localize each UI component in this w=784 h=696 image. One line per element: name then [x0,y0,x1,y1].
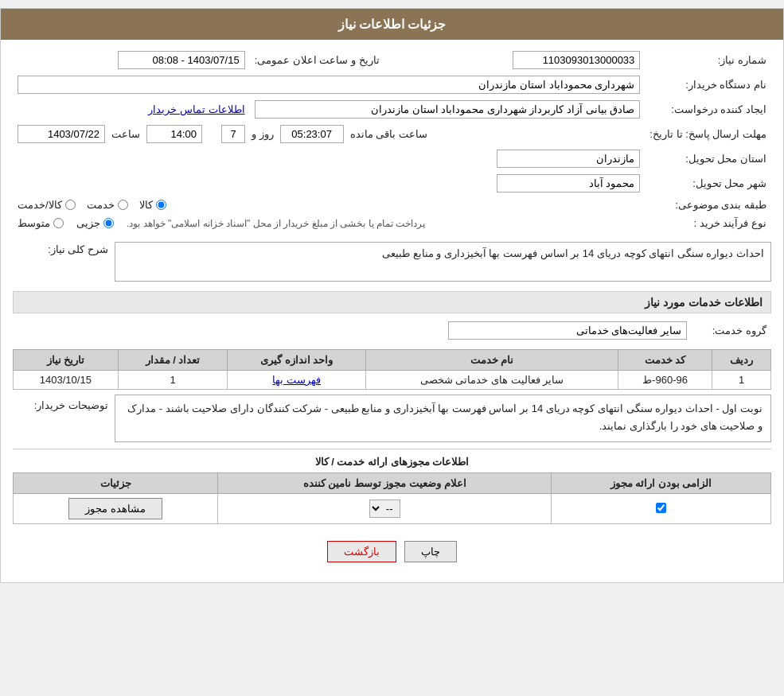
province-label: استان محل تحویل: [645,146,771,171]
creator-input [255,100,641,119]
radio-jozii[interactable]: جزیی [76,217,114,229]
services-table: ردیف کد خدمت نام خدمت واحد اندازه گیری ت… [13,349,771,390]
col-row: ردیف [712,350,771,371]
buyer-org-label: نام دستگاه خریدار: [645,72,771,97]
cell-row: 1 [712,371,771,390]
service-group-input [448,321,687,340]
col-count: تعداد / مقدار [118,350,228,371]
service-group-label: گروه خدمت: [692,318,771,343]
perm-status-cell: -- [218,494,552,524]
perm-col-status: اعلام وضعیت مجوز توسط نامین کننده [218,473,552,494]
buyer-notes-value: نوبت اول - احداث دیواره سنگی انتهای کوچه… [115,395,771,442]
province-input [497,150,640,168]
table-row: 1 960-96-ط سایر فعالیت های خدماتی شخصی ف… [14,371,771,390]
deadline-label: مهلت ارسال پاسخ: تا تاریخ: [645,122,771,146]
services-title: اطلاعات خدمات مورد نیاز [13,291,771,313]
page-title: جزئیات اطلاعات نیاز [1,9,783,40]
purchase-type-label: نوع فرآیند خرید : [645,214,771,232]
radio-kala-label: کالا [139,199,153,211]
radio-kala-khedmat[interactable]: کالا/خدمت [18,199,76,211]
city-input [497,174,640,192]
radio-jozii-btn[interactable] [103,218,114,228]
perm-details-cell: مشاهده مجوز [14,494,218,524]
radio-motavasset-btn[interactable] [53,218,64,228]
radio-jozii-label: جزیی [76,217,100,229]
city-label: شهر محل تحویل: [645,171,771,196]
radio-kala[interactable]: کالا [139,199,166,211]
contact-link[interactable]: اطلاعات تماس خریدار [148,103,244,115]
deadline-time-input [146,125,202,143]
cell-name: سایر فعالیت های خدماتی شخصی [366,371,618,390]
cell-unit[interactable]: فهرست بها [228,371,366,390]
deadline-time-label: ساعت [111,128,140,140]
buyer-org-input [18,76,640,94]
perm-required-cell [552,494,771,524]
col-unit: واحد اندازه گیری [228,350,366,371]
perm-row: -- مشاهده مجوز [14,494,771,524]
radio-kala-btn[interactable] [156,200,166,210]
date-announce-label: تاریخ و ساعت اعلان عمومی: [250,48,384,72]
deadline-remain-input [280,125,344,143]
date-announce-input [118,51,245,69]
print-button[interactable]: چاپ [404,541,457,562]
radio-khedmat[interactable]: خدمت [87,199,128,211]
creator-label: ایجاد کننده درخواست: [645,97,771,122]
radio-khedmat-label: خدمت [87,199,115,211]
perm-required-checkbox[interactable] [656,503,666,513]
cell-code: 960-96-ط [618,371,712,390]
need-number-input [513,51,640,69]
permissions-title: اطلاعات مجوزهای ارائه خدمت / کالا [13,456,771,468]
radio-motavasset-label: متوسط [18,217,50,229]
footer-buttons: چاپ بازگشت [13,529,771,574]
col-name: نام خدمت [366,350,618,371]
need-desc-value: احداث دیواره سنگی انتهای کوچه دریای 14 ب… [115,242,771,282]
perm-details-btn[interactable]: مشاهده مجوز [68,498,162,519]
radio-motavasset[interactable]: متوسط [18,217,64,229]
deadline-date-input [18,125,105,143]
back-button[interactable]: بازگشت [327,541,396,562]
deadline-remain-label: ساعت باقی مانده [350,128,427,140]
perm-status-select[interactable]: -- [369,500,400,518]
deadline-days-label: روز و [252,128,274,140]
permissions-table: الزامی بودن ارائه مجوز اعلام وضعیت مجوز … [13,472,771,524]
purchase-note: پرداخت تمام یا بخشی از مبلغ خریدار از مح… [127,218,425,229]
col-date: تاریخ نیاز [14,350,119,371]
need-desc-label: شرح کلی نیاز: [13,239,108,255]
perm-col-required: الزامی بودن ارائه مجوز [552,473,771,494]
cell-date: 1403/10/15 [14,371,119,390]
deadline-days-input [221,125,245,143]
perm-col-details: جزئیات [14,473,218,494]
col-code: کد خدمت [618,350,712,371]
need-number-label: شماره نیاز: [645,48,771,72]
cell-count: 1 [118,371,228,390]
radio-khedmat-btn[interactable] [118,200,128,210]
radio-kala-khedmat-label: کالا/خدمت [18,199,62,211]
category-label: طبقه بندی موضوعی: [645,196,771,214]
radio-kala-khedmat-btn[interactable] [65,200,76,210]
buyer-notes-label: توضیحات خریدار: [13,395,108,411]
